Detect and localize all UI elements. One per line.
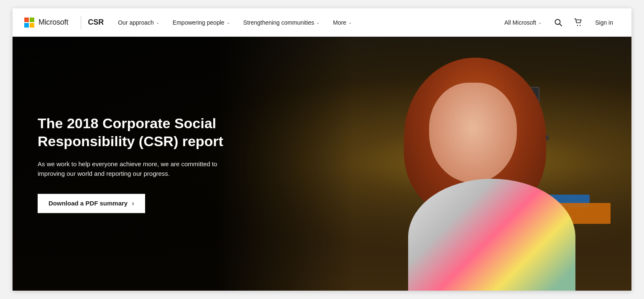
- child-face: [429, 83, 517, 183]
- page-wrapper: Microsoft CSR Our approach ⌄ Empowering …: [13, 8, 631, 291]
- navbar: Microsoft CSR Our approach ⌄ Empowering …: [13, 8, 631, 37]
- search-icon: [555, 19, 562, 26]
- logo-green-square: [30, 18, 34, 22]
- chevron-down-icon: ⌄: [316, 20, 319, 25]
- nav-item-our-approach[interactable]: Our approach ⌄: [111, 8, 166, 37]
- hero-title: The 2018 Corporate Social Responsibility…: [38, 114, 230, 150]
- nav-item-all-microsoft-label: All Microsoft: [504, 19, 536, 26]
- sign-in-button[interactable]: Sign in: [588, 8, 620, 37]
- microsoft-wordmark: Microsoft: [38, 18, 68, 27]
- nav-right: All Microsoft ⌄ Sign in: [498, 8, 620, 37]
- child-figure: [383, 49, 601, 291]
- hero-content: The 2018 Corporate Social Responsibility…: [38, 114, 230, 213]
- microsoft-logo-icon: [24, 18, 34, 28]
- svg-point-2: [577, 25, 578, 25]
- search-button[interactable]: [548, 8, 568, 37]
- hero-section: The 2018 Corporate Social Responsibility…: [13, 37, 631, 291]
- nav-item-all-microsoft[interactable]: All Microsoft ⌄: [498, 8, 548, 37]
- chevron-down-icon: ⌄: [156, 20, 159, 25]
- download-pdf-button-label: Download a PDF summary: [49, 200, 128, 207]
- arrow-right-icon: ›: [132, 200, 134, 207]
- cart-button[interactable]: [568, 8, 588, 37]
- logo-red-square: [24, 18, 29, 22]
- svg-point-3: [580, 25, 580, 25]
- child-body: [408, 179, 575, 291]
- nav-item-strengthening-communities[interactable]: Strengthening communities ⌄: [237, 8, 327, 37]
- download-pdf-button[interactable]: Download a PDF summary ›: [38, 194, 145, 213]
- nav-item-empowering-people-label: Empowering people: [173, 19, 225, 26]
- chevron-down-icon: ⌄: [227, 20, 230, 25]
- chevron-down-icon: ⌄: [538, 20, 542, 25]
- hero-subtitle: As we work to help everyone achieve more…: [38, 159, 230, 179]
- nav-links: Our approach ⌄ Empowering people ⌄ Stren…: [111, 8, 498, 37]
- nav-divider: [81, 16, 81, 29]
- svg-line-1: [560, 24, 562, 26]
- logo-area: Microsoft: [24, 18, 68, 28]
- csr-label: CSR: [88, 18, 104, 27]
- nav-item-empowering-people[interactable]: Empowering people ⌄: [166, 8, 237, 37]
- cart-icon: [574, 18, 583, 27]
- nav-item-our-approach-label: Our approach: [118, 19, 154, 26]
- logo-yellow-square: [30, 23, 34, 28]
- nav-item-strengthening-communities-label: Strengthening communities: [243, 19, 314, 26]
- chevron-down-icon: ⌄: [348, 20, 352, 25]
- nav-item-more-label: More: [333, 19, 346, 26]
- logo-blue-square: [24, 23, 29, 28]
- nav-item-more[interactable]: More ⌄: [326, 8, 358, 37]
